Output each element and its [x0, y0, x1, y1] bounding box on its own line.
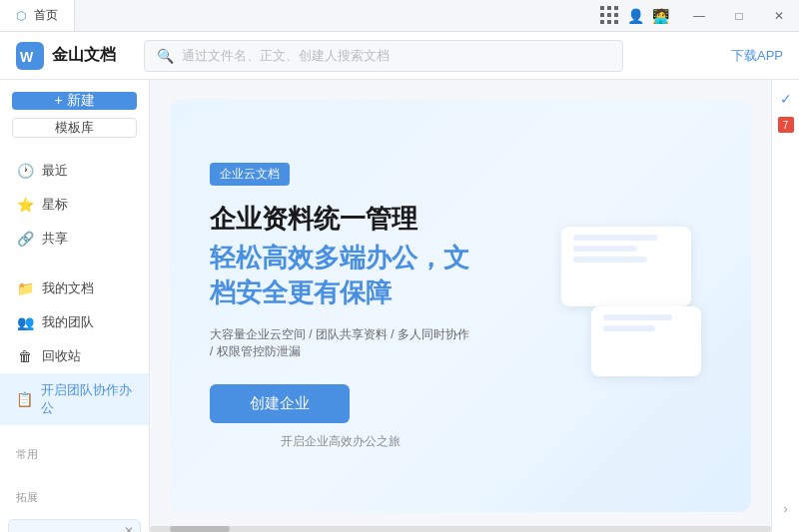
enterprise-content: 企业云文档 企业资料统一管理 轻松高效多端办公，文档安全更有保障 大容量企业云空…: [210, 163, 471, 450]
title-tab[interactable]: ⬡ 首页: [0, 0, 75, 31]
sidebar-label-myteam: 我的团队: [42, 313, 94, 331]
share-icon: 🔗: [16, 231, 34, 247]
illus-card-2: [591, 306, 701, 376]
new-button[interactable]: + 新建: [12, 92, 137, 110]
illus-line: [603, 314, 672, 320]
folder-icon: 📁: [16, 280, 34, 296]
search-icon: 🔍: [157, 48, 174, 64]
enterprise-title2: 轻松高效多端办公，文档安全更有保障: [210, 241, 471, 310]
sidebar-item-mydocs[interactable]: 📁 我的文档: [0, 271, 149, 305]
tab-label: 首页: [34, 7, 58, 24]
scrollbar[interactable]: [150, 526, 771, 532]
close-button[interactable]: ✕: [759, 0, 799, 32]
right-panel-arrow[interactable]: ›: [784, 494, 788, 524]
sidebar-item-starred[interactable]: ⭐ 星标: [0, 188, 149, 222]
title-bar: ⬡ 首页 👤 🧑‍💻 — □ ✕: [0, 0, 799, 32]
maximize-button[interactable]: □: [719, 0, 759, 32]
section-title-common: 常用: [0, 441, 149, 468]
sidebar-item-openteam[interactable]: 📋 开启团队协作办公: [0, 373, 149, 425]
right-panel: ✓ 7 ›: [771, 80, 799, 532]
sidebar-item-recent[interactable]: 🕐 最近: [0, 154, 149, 188]
check-button[interactable]: ✓: [775, 88, 797, 110]
template-button[interactable]: 模板库: [12, 118, 137, 138]
title-icon-area: 👤 🧑‍💻: [600, 6, 669, 25]
team-icon: 👥: [16, 314, 34, 330]
enterprise-illustration: 🛡: [471, 217, 711, 396]
illus-line: [603, 325, 655, 331]
search-bar[interactable]: 🔍 通过文件名、正文、创建人搜索文档: [144, 40, 623, 72]
illus-line: [573, 235, 658, 241]
enterprise-features: 大容量企业云空间 / 团队共享资料 / 多人同时协作 / 权限管控防泄漏: [210, 326, 471, 360]
logo-icon: W: [16, 42, 44, 70]
enterprise-tag: 企业云文档: [210, 163, 290, 186]
star-icon: ⭐: [16, 197, 34, 213]
logo-area: W 金山文档: [16, 42, 116, 70]
grid-icon: [600, 6, 619, 25]
enterprise-card: 企业云文档 企业资料统一管理 轻松高效多端办公，文档安全更有保障 大容量企业云空…: [170, 100, 751, 512]
badge-button[interactable]: 7: [775, 114, 797, 136]
sidebar-label-recent: 最近: [42, 162, 68, 180]
sidebar-label-trash: 回收站: [42, 347, 81, 365]
sidebar-label-shared: 共享: [42, 230, 68, 248]
enterprise-title2-part1: 轻松高效: [210, 243, 314, 272]
trash-icon: 🗑: [16, 348, 34, 364]
enterprise-subtitle: 开启企业高效办公之旅: [210, 433, 471, 450]
illus-line: [573, 257, 647, 263]
sidebar-item-myteam[interactable]: 👥 我的团队: [0, 305, 149, 339]
main-layout: + 新建 模板库 🕐 最近 ⭐ 星标 🔗 共享 📁 我的文档 👥 我的团队 🗑 …: [0, 80, 799, 532]
section-title-extend: 拓展: [0, 484, 149, 511]
sidebar: + 新建 模板库 🕐 最近 ⭐ 星标 🔗 共享 📁 我的文档 👥 我的团队 🗑 …: [0, 80, 150, 532]
sidebar-item-trash[interactable]: 🗑 回收站: [0, 339, 149, 373]
svg-text:W: W: [20, 49, 34, 65]
search-placeholder: 通过文件名、正文、创建人搜索文档: [182, 47, 390, 65]
window-controls: — □ ✕: [679, 0, 799, 31]
illus-card-1: [561, 227, 691, 306]
toolbar: W 金山文档 🔍 通过文件名、正文、创建人搜索文档 下载APP: [0, 32, 799, 80]
create-enterprise-button[interactable]: 创建企业: [210, 384, 350, 423]
home-icon: ⬡: [16, 9, 26, 23]
illus-line: [573, 246, 637, 252]
notification-badge: 7: [778, 117, 794, 133]
sidebar-item-shared[interactable]: 🔗 共享: [0, 222, 149, 256]
content-area: 企业云文档 企业资料统一管理 轻松高效多端办公，文档安全更有保障 大容量企业云空…: [150, 80, 771, 532]
download-app-link[interactable]: 下载APP: [731, 47, 783, 65]
sidebar-label-mydocs: 我的文档: [42, 279, 94, 297]
team-banner-close[interactable]: ✕: [124, 524, 134, 532]
logo-text: 金山文档: [52, 45, 116, 66]
scrollbar-thumb[interactable]: [170, 526, 230, 532]
check-icon: ✓: [780, 91, 792, 107]
recent-icon: 🕐: [16, 163, 34, 179]
avatar-icon[interactable]: 🧑‍💻: [652, 8, 669, 24]
enterprise-title1: 企业资料统一管理: [210, 202, 471, 237]
enterprise-title2-highlight: 多端办公: [314, 243, 417, 272]
user-icon[interactable]: 👤: [627, 8, 644, 24]
team-banner: ✕ 进入团队协作办公 立即创建 🧑‍🤝‍🧑: [8, 519, 141, 532]
sidebar-label-openteam: 开启团队协作办公: [41, 381, 133, 417]
collab-icon: 📋: [16, 391, 33, 407]
sidebar-label-starred: 星标: [42, 196, 68, 214]
minimize-button[interactable]: —: [679, 0, 719, 32]
